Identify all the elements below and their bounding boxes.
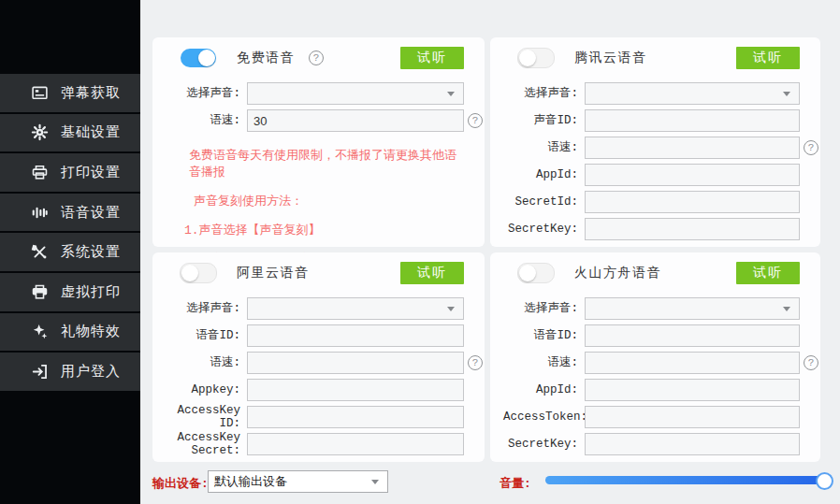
main-content: × 免费语音?试听选择声音:语速:?免费语音每天有使用限制，不播报了请更换其他语… — [140, 0, 840, 504]
free-voice-toggle[interactable] — [181, 49, 216, 67]
help-icon[interactable]: ? — [309, 50, 324, 65]
tencent-voice-field-input[interactable] — [585, 164, 800, 186]
field-label: SecretKey: — [503, 223, 585, 236]
output-device-select[interactable]: 默认输出设备 — [208, 470, 388, 493]
chevron-down-icon — [447, 307, 455, 311]
tencent-voice-field-input[interactable] — [585, 191, 800, 213]
help-icon[interactable]: ? — [804, 140, 818, 155]
ali-voice-toggle[interactable] — [180, 263, 217, 283]
virtual-printer-icon — [31, 283, 49, 301]
danmaku-screen-icon — [31, 84, 49, 102]
ali-voice-field-input[interactable] — [247, 324, 464, 347]
sidebar-item-label: 礼物特效 — [61, 323, 121, 340]
field-row: 语速:? — [503, 352, 800, 374]
volume-label: 音量: — [500, 475, 531, 492]
notice-text-block: 免费语音每天有使用限制，不播报了请更换其他语音播报声音复刻使用方法：1.声音选择… — [166, 147, 464, 267]
tencent-voice-toggle[interactable] — [517, 48, 555, 68]
panel-ali-voice: 阿里云语音试听选择声音:语音ID:语速:?Appkey:AccessKey ID… — [152, 252, 485, 462]
panel-tencent-voice: 腾讯云语音试听选择声音:声音ID:语速:?AppId:SecretId:Secr… — [490, 37, 820, 247]
field-row: AccessToken: — [503, 406, 800, 428]
field-label: 语速: — [166, 114, 247, 127]
field-label: 语音ID: — [503, 329, 585, 342]
help-icon[interactable]: ? — [468, 355, 483, 370]
sidebar-item-8[interactable]: 用户登入 — [0, 353, 140, 391]
tencent-voice-voice-select[interactable] — [585, 82, 800, 105]
sidebar-item-4[interactable]: 语音设置 — [0, 194, 140, 232]
ali-voice-field-input[interactable] — [247, 406, 464, 428]
sidebar-item-label: 弹幕获取 — [61, 84, 121, 102]
sidebar-menu: 弹幕获取基础设置打印设置语音设置系统设置虚拟打印礼物特效用户登入 — [0, 74, 140, 393]
chevron-down-icon — [447, 92, 455, 96]
panel-header: 阿里云语音试听 — [166, 261, 464, 285]
tencent-voice-field-input[interactable] — [585, 218, 800, 240]
volcano-voice-field-input[interactable] — [585, 379, 800, 401]
panel-volcano-voice: 火山方舟语音试听选择声音:语音ID:语速:?AppId:AccessToken:… — [490, 252, 820, 462]
field-row: 声音ID: — [503, 109, 800, 132]
sidebar: 弹幕获取基础设置打印设置语音设置系统设置虚拟打印礼物特效用户登入 — [0, 0, 140, 504]
field-row: AppId: — [503, 164, 800, 186]
sidebar-item-3[interactable]: 打印设置 — [0, 153, 140, 192]
field-label: 语速: — [503, 141, 585, 154]
field-row: 语速:? — [503, 137, 800, 159]
sidebar-item-label: 基础设置 — [61, 123, 121, 141]
field-row: AccessKey Secret: — [166, 433, 464, 455]
panel-title: 腾讯云语音 — [574, 50, 647, 66]
output-device-label: 输出设备: — [152, 475, 209, 492]
field-row: 语音ID: — [166, 324, 464, 347]
ali-voice-field-input[interactable] — [247, 379, 464, 401]
chevron-down-icon — [371, 480, 379, 484]
panel-header: 腾讯云语音试听 — [503, 46, 800, 70]
tencent-voice-field-input[interactable] — [585, 109, 800, 132]
volcano-voice-voice-select[interactable] — [585, 297, 800, 320]
sidebar-item-1[interactable]: 弹幕获取 — [0, 74, 140, 112]
field-label: 选择声音: — [503, 87, 585, 100]
volcano-voice-field-input[interactable] — [585, 324, 800, 347]
field-row: 选择声音: — [166, 82, 464, 105]
sidebar-item-label: 语音设置 — [61, 204, 121, 222]
gift-sparkle-icon — [31, 323, 49, 340]
login-icon — [31, 363, 49, 381]
field-label: SecretKey: — [503, 438, 585, 451]
panel-title: 阿里云语音 — [237, 265, 310, 281]
help-icon[interactable]: ? — [468, 113, 483, 128]
volcano-voice-field-input[interactable] — [585, 406, 800, 428]
volcano-voice-field-input[interactable] — [585, 352, 800, 374]
ali-voice-field-input[interactable] — [247, 352, 464, 374]
footer-bar: 输出设备: 默认输出设备 音量: — [140, 463, 840, 504]
volcano-voice-toggle[interactable] — [517, 263, 555, 283]
field-label: 声音ID: — [503, 114, 585, 127]
sidebar-item-7[interactable]: 礼物特效 — [0, 313, 140, 352]
panel-free-voice: 免费语音?试听选择声音:语速:?免费语音每天有使用限制，不播报了请更换其他语音播… — [152, 37, 485, 247]
free-voice-voice-select[interactable] — [247, 82, 464, 105]
volume-slider[interactable] — [545, 476, 831, 484]
tools-icon — [31, 243, 49, 261]
preview-button[interactable]: 试听 — [736, 262, 800, 284]
field-label: 语音ID: — [166, 329, 247, 342]
ali-voice-voice-select[interactable] — [247, 297, 464, 320]
preview-button[interactable]: 试听 — [400, 47, 464, 69]
field-label: Appkey: — [166, 383, 247, 396]
field-label: AppId: — [503, 383, 585, 396]
sidebar-item-2[interactable]: 基础设置 — [0, 114, 140, 152]
toggle-knob — [198, 50, 215, 66]
app-window: 弹幕获取基础设置打印设置语音设置系统设置虚拟打印礼物特效用户登入 × 免费语音?… — [0, 0, 840, 504]
free-voice-field-input[interactable] — [247, 109, 464, 132]
preview-button[interactable]: 试听 — [736, 47, 800, 69]
preview-button[interactable]: 试听 — [400, 262, 464, 284]
volume-slider-thumb[interactable] — [816, 472, 833, 490]
volcano-voice-field-input[interactable] — [585, 433, 800, 455]
tencent-voice-field-input[interactable] — [585, 137, 800, 159]
field-row: AccessKey ID: — [166, 406, 464, 428]
field-label: SecretId: — [503, 195, 585, 209]
field-label: AppId: — [503, 168, 585, 181]
ali-voice-field-input[interactable] — [247, 433, 464, 455]
sidebar-item-6[interactable]: 虚拟打印 — [0, 273, 140, 311]
sidebar-item-5[interactable]: 系统设置 — [0, 233, 140, 271]
field-label: AccessToken: — [503, 410, 585, 424]
field-row: 语速:? — [166, 352, 464, 374]
notice-line: 1.声音选择【声音复刻】 — [184, 222, 464, 238]
gear-icon — [31, 123, 49, 141]
help-icon[interactable]: ? — [804, 355, 818, 370]
toggle-knob — [181, 265, 198, 281]
field-label: AccessKey Secret: — [166, 431, 247, 458]
